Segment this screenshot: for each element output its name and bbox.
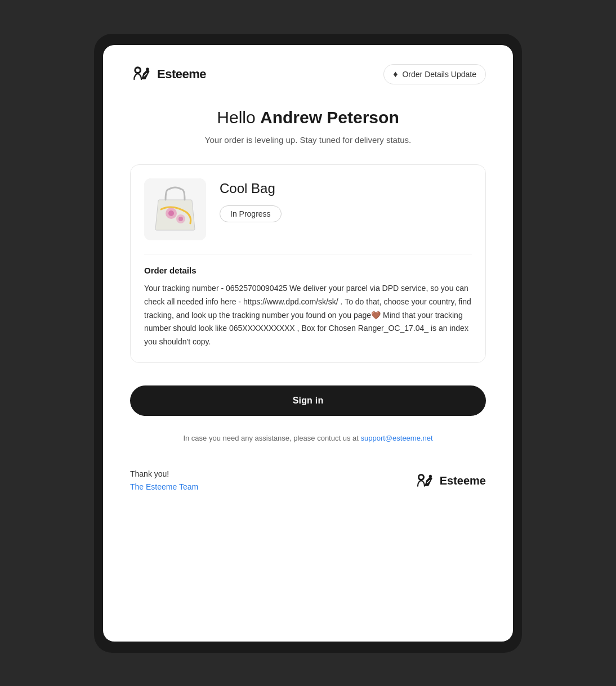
svg-point-9 bbox=[419, 476, 423, 479]
email-wrapper: Esteeme ♦ Order Details Update Hello And… bbox=[94, 34, 522, 653]
email-container: Esteeme ♦ Order Details Update Hello And… bbox=[103, 45, 513, 642]
greeting-prefix: Hello bbox=[217, 108, 260, 127]
notification-label: Order Details Update bbox=[402, 70, 476, 79]
team-link[interactable]: The Esteeme Team bbox=[130, 482, 198, 491]
svg-point-2 bbox=[146, 68, 149, 70]
signin-button[interactable]: Sign in bbox=[130, 385, 486, 416]
logo-icon bbox=[130, 63, 153, 86]
order-details-text: Your tracking number - 06525700090425 We… bbox=[144, 282, 472, 349]
product-card: Cool Bag In Progress Order details Your … bbox=[130, 164, 486, 363]
order-divider bbox=[144, 254, 472, 254]
support-prefix: In case you need any assistanse, please … bbox=[183, 434, 360, 442]
support-text: In case you need any assistanse, please … bbox=[130, 434, 486, 442]
footer-logo-text: Esteeme bbox=[440, 474, 486, 487]
footer-logo: Esteeme bbox=[414, 470, 486, 492]
footer: Thank you! The Esteeme Team Esteeme bbox=[130, 469, 486, 492]
logo: Esteeme bbox=[130, 63, 206, 86]
svg-point-6 bbox=[168, 210, 174, 216]
product-info: Cool Bag In Progress bbox=[220, 178, 472, 222]
header: Esteeme ♦ Order Details Update bbox=[130, 63, 486, 86]
product-image bbox=[144, 178, 206, 240]
customer-name: Andrew Peterson bbox=[260, 108, 399, 127]
svg-point-10 bbox=[428, 475, 431, 478]
hero-subtitle: Your order is leveling up. Stay tuned fo… bbox=[130, 134, 486, 147]
product-header: Cool Bag In Progress bbox=[144, 178, 472, 240]
hero-greeting: Hello Andrew Peterson bbox=[130, 108, 486, 127]
product-name: Cool Bag bbox=[220, 181, 472, 196]
footer-left: Thank you! The Esteeme Team bbox=[130, 469, 198, 492]
svg-point-7 bbox=[178, 217, 183, 221]
support-email-link[interactable]: support@esteeme.net bbox=[360, 434, 432, 442]
footer-logo-icon bbox=[414, 470, 435, 492]
hero-section: Hello Andrew Peterson Your order is leve… bbox=[130, 108, 486, 147]
svg-point-1 bbox=[136, 68, 139, 71]
notification-badge[interactable]: ♦ Order Details Update bbox=[383, 64, 486, 84]
order-details-title: Order details bbox=[144, 266, 472, 275]
logo-text: Esteeme bbox=[157, 67, 206, 82]
diamond-icon: ♦ bbox=[393, 69, 398, 79]
status-badge: In Progress bbox=[220, 205, 282, 222]
product-image-container bbox=[144, 178, 206, 240]
thank-you-text: Thank you! bbox=[130, 469, 198, 478]
